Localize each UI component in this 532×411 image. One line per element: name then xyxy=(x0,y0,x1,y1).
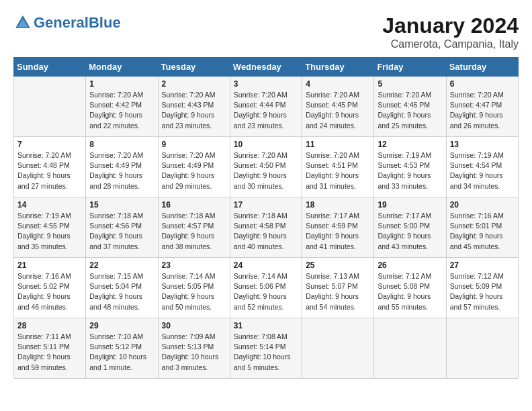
day-info: Sunrise: 7:15 AM Sunset: 5:04 PM Dayligh… xyxy=(89,271,154,312)
day-number: 25 xyxy=(306,261,370,270)
day-info: Sunrise: 7:20 AM Sunset: 4:49 PM Dayligh… xyxy=(162,150,226,191)
day-info: Sunrise: 7:20 AM Sunset: 4:42 PM Dayligh… xyxy=(89,90,154,131)
calendar-cell: 23Sunrise: 7:14 AM Sunset: 5:05 PM Dayli… xyxy=(158,258,230,318)
calendar-cell: 26Sunrise: 7:12 AM Sunset: 5:08 PM Dayli… xyxy=(374,258,446,318)
logo-text: GeneralBlue xyxy=(34,14,121,32)
day-number: 24 xyxy=(234,261,298,270)
calendar-cell: 13Sunrise: 7:19 AM Sunset: 4:54 PM Dayli… xyxy=(446,137,518,197)
calendar-cell: 29Sunrise: 7:10 AM Sunset: 5:12 PM Dayli… xyxy=(86,318,158,379)
calendar-week-row: 7Sunrise: 7:20 AM Sunset: 4:48 PM Daylig… xyxy=(14,137,519,197)
day-info: Sunrise: 7:20 AM Sunset: 4:47 PM Dayligh… xyxy=(450,90,515,131)
day-number: 4 xyxy=(306,79,370,89)
calendar-cell: 4Sunrise: 7:20 AM Sunset: 4:45 PM Daylig… xyxy=(302,77,374,137)
day-info: Sunrise: 7:18 AM Sunset: 4:57 PM Dayligh… xyxy=(162,211,226,252)
calendar-cell xyxy=(14,77,86,137)
header-cell-tuesday: Tuesday xyxy=(158,58,230,77)
day-number: 14 xyxy=(17,200,82,210)
calendar-cell: 3Sunrise: 7:20 AM Sunset: 4:44 PM Daylig… xyxy=(230,77,302,137)
day-number: 15 xyxy=(89,200,154,210)
day-info: Sunrise: 7:17 AM Sunset: 5:00 PM Dayligh… xyxy=(378,211,442,252)
calendar-cell xyxy=(446,318,518,379)
calendar-cell: 14Sunrise: 7:19 AM Sunset: 4:55 PM Dayli… xyxy=(14,197,86,258)
calendar-cell: 5Sunrise: 7:20 AM Sunset: 4:46 PM Daylig… xyxy=(374,77,446,137)
calendar-cell: 11Sunrise: 7:20 AM Sunset: 4:51 PM Dayli… xyxy=(302,137,374,197)
day-info: Sunrise: 7:20 AM Sunset: 4:51 PM Dayligh… xyxy=(306,150,370,191)
calendar-cell: 8Sunrise: 7:20 AM Sunset: 4:49 PM Daylig… xyxy=(86,137,158,197)
calendar-cell: 16Sunrise: 7:18 AM Sunset: 4:57 PM Dayli… xyxy=(158,197,230,258)
day-number: 2 xyxy=(162,79,226,89)
header-cell-monday: Monday xyxy=(86,58,158,77)
day-number: 5 xyxy=(378,79,442,89)
day-info: Sunrise: 7:20 AM Sunset: 4:43 PM Dayligh… xyxy=(162,90,226,131)
day-info: Sunrise: 7:18 AM Sunset: 4:58 PM Dayligh… xyxy=(234,211,298,252)
header-cell-wednesday: Wednesday xyxy=(230,58,302,77)
day-info: Sunrise: 7:20 AM Sunset: 4:49 PM Dayligh… xyxy=(89,150,154,191)
calendar-table: SundayMondayTuesdayWednesdayThursdayFrid… xyxy=(13,57,519,379)
day-number: 23 xyxy=(162,261,226,270)
day-number: 11 xyxy=(306,140,370,149)
day-number: 17 xyxy=(234,200,298,210)
day-info: Sunrise: 7:14 AM Sunset: 5:06 PM Dayligh… xyxy=(234,271,298,312)
calendar-week-row: 1Sunrise: 7:20 AM Sunset: 4:42 PM Daylig… xyxy=(14,77,519,137)
day-info: Sunrise: 7:14 AM Sunset: 5:05 PM Dayligh… xyxy=(162,271,226,312)
day-number: 1 xyxy=(89,79,154,89)
day-info: Sunrise: 7:19 AM Sunset: 4:55 PM Dayligh… xyxy=(17,211,82,252)
day-info: Sunrise: 7:16 AM Sunset: 5:01 PM Dayligh… xyxy=(450,211,515,252)
day-info: Sunrise: 7:13 AM Sunset: 5:07 PM Dayligh… xyxy=(306,271,370,312)
logo-icon xyxy=(13,13,32,32)
day-info: Sunrise: 7:19 AM Sunset: 4:54 PM Dayligh… xyxy=(450,150,515,191)
day-info: Sunrise: 7:16 AM Sunset: 5:02 PM Dayligh… xyxy=(17,271,82,312)
day-number: 6 xyxy=(450,79,515,89)
day-number: 13 xyxy=(450,140,515,149)
page-header: GeneralBlue January 2024 Camerota, Campa… xyxy=(13,13,519,50)
day-number: 30 xyxy=(162,321,226,330)
day-number: 26 xyxy=(378,261,442,270)
logo: GeneralBlue xyxy=(13,13,121,32)
day-number: 8 xyxy=(89,140,154,149)
calendar-cell: 30Sunrise: 7:09 AM Sunset: 5:13 PM Dayli… xyxy=(158,318,230,379)
calendar-week-row: 21Sunrise: 7:16 AM Sunset: 5:02 PM Dayli… xyxy=(14,258,519,318)
day-info: Sunrise: 7:17 AM Sunset: 4:59 PM Dayligh… xyxy=(306,211,370,252)
calendar-header-row: SundayMondayTuesdayWednesdayThursdayFrid… xyxy=(14,58,519,77)
header-cell-friday: Friday xyxy=(374,58,446,77)
day-info: Sunrise: 7:08 AM Sunset: 5:14 PM Dayligh… xyxy=(234,332,298,373)
day-number: 12 xyxy=(378,140,442,149)
day-info: Sunrise: 7:20 AM Sunset: 4:44 PM Dayligh… xyxy=(234,90,298,131)
header-cell-saturday: Saturday xyxy=(446,58,518,77)
calendar-cell: 28Sunrise: 7:11 AM Sunset: 5:11 PM Dayli… xyxy=(14,318,86,379)
calendar-cell: 31Sunrise: 7:08 AM Sunset: 5:14 PM Dayli… xyxy=(230,318,302,379)
day-number: 3 xyxy=(234,79,298,89)
calendar-week-row: 28Sunrise: 7:11 AM Sunset: 5:11 PM Dayli… xyxy=(14,318,519,379)
calendar-cell: 27Sunrise: 7:12 AM Sunset: 5:09 PM Dayli… xyxy=(446,258,518,318)
calendar-cell: 15Sunrise: 7:18 AM Sunset: 4:56 PM Dayli… xyxy=(86,197,158,258)
calendar-cell: 2Sunrise: 7:20 AM Sunset: 4:43 PM Daylig… xyxy=(158,77,230,137)
calendar-cell: 1Sunrise: 7:20 AM Sunset: 4:42 PM Daylig… xyxy=(86,77,158,137)
day-info: Sunrise: 7:20 AM Sunset: 4:45 PM Dayligh… xyxy=(306,90,370,131)
day-info: Sunrise: 7:12 AM Sunset: 5:08 PM Dayligh… xyxy=(378,271,442,312)
calendar-week-row: 14Sunrise: 7:19 AM Sunset: 4:55 PM Dayli… xyxy=(14,197,519,258)
calendar-cell xyxy=(302,318,374,379)
day-number: 31 xyxy=(234,321,298,330)
day-number: 22 xyxy=(89,261,154,270)
title-block: January 2024 Camerota, Campania, Italy xyxy=(382,13,519,50)
day-info: Sunrise: 7:09 AM Sunset: 5:13 PM Dayligh… xyxy=(162,332,226,373)
calendar-cell: 22Sunrise: 7:15 AM Sunset: 5:04 PM Dayli… xyxy=(86,258,158,318)
calendar-cell: 25Sunrise: 7:13 AM Sunset: 5:07 PM Dayli… xyxy=(302,258,374,318)
calendar-cell: 18Sunrise: 7:17 AM Sunset: 4:59 PM Dayli… xyxy=(302,197,374,258)
calendar-cell: 12Sunrise: 7:19 AM Sunset: 4:53 PM Dayli… xyxy=(374,137,446,197)
calendar-cell: 20Sunrise: 7:16 AM Sunset: 5:01 PM Dayli… xyxy=(446,197,518,258)
logo-general: General xyxy=(34,14,89,31)
day-info: Sunrise: 7:12 AM Sunset: 5:09 PM Dayligh… xyxy=(450,271,515,312)
day-info: Sunrise: 7:20 AM Sunset: 4:46 PM Dayligh… xyxy=(378,90,442,131)
day-number: 20 xyxy=(450,200,515,210)
calendar-cell: 17Sunrise: 7:18 AM Sunset: 4:58 PM Dayli… xyxy=(230,197,302,258)
header-cell-sunday: Sunday xyxy=(14,58,86,77)
day-info: Sunrise: 7:11 AM Sunset: 5:11 PM Dayligh… xyxy=(17,332,82,373)
day-number: 16 xyxy=(162,200,226,210)
day-number: 19 xyxy=(378,200,442,210)
calendar-cell: 19Sunrise: 7:17 AM Sunset: 5:00 PM Dayli… xyxy=(374,197,446,258)
calendar-cell: 10Sunrise: 7:20 AM Sunset: 4:50 PM Dayli… xyxy=(230,137,302,197)
day-number: 28 xyxy=(17,321,82,330)
day-info: Sunrise: 7:19 AM Sunset: 4:53 PM Dayligh… xyxy=(378,150,442,191)
calendar-cell: 21Sunrise: 7:16 AM Sunset: 5:02 PM Dayli… xyxy=(14,258,86,318)
